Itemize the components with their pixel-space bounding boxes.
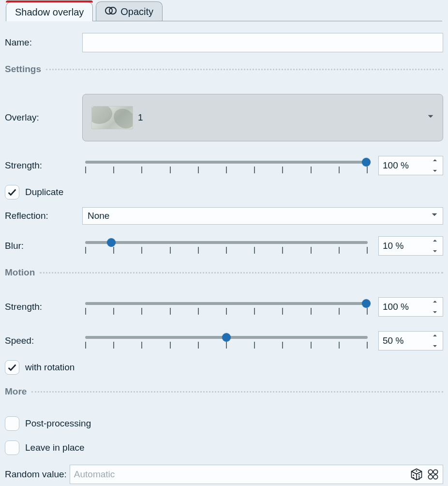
strength-label: Strength:: [5, 160, 82, 171]
speed-label: Speed:: [5, 335, 82, 346]
reflection-dropdown[interactable]: None: [82, 207, 443, 225]
slider-ticks: [85, 167, 368, 173]
slider-track: [85, 161, 368, 164]
speed-slider[interactable]: [82, 331, 371, 350]
leave-in-place-label: Leave in place: [25, 442, 85, 453]
leave-in-place-checkbox[interactable]: [5, 440, 19, 455]
spinner-value: 100 %: [383, 302, 409, 312]
svg-point-7: [418, 474, 420, 475]
post-processing-checkbox[interactable]: [5, 416, 19, 431]
slider-ticks: [85, 342, 368, 349]
tab-label: Opacity: [120, 6, 153, 17]
tab-label: Shadow overlay: [15, 7, 84, 18]
overlay-selected-label: 1: [138, 112, 143, 123]
clover-icon[interactable]: [426, 468, 440, 481]
blur-slider[interactable]: [82, 236, 371, 256]
reflection-label: Reflection:: [5, 211, 82, 221]
section-motion: Motion: [5, 267, 443, 278]
svg-point-5: [413, 474, 414, 476]
name-label: Name:: [5, 37, 82, 48]
spinner-down-icon[interactable]: [432, 309, 438, 315]
with-rotation-checkbox[interactable]: [5, 360, 19, 375]
spinner-up-icon[interactable]: [432, 238, 438, 243]
dice-icon[interactable]: [410, 468, 423, 481]
reflection-value: None: [88, 211, 109, 221]
slider-ticks: [85, 308, 368, 315]
motion-strength-label: Strength:: [5, 302, 82, 312]
svg-point-9: [418, 478, 420, 480]
svg-point-6: [413, 477, 414, 479]
divider: [46, 69, 443, 70]
section-title: Motion: [5, 267, 35, 278]
motion-strength-slider[interactable]: [82, 297, 371, 317]
random-value-input[interactable]: Automatic: [70, 465, 443, 484]
with-rotation-label: with rotation: [25, 362, 75, 373]
name-input[interactable]: [82, 33, 443, 52]
section-title: More: [5, 386, 27, 397]
spinner-value: 50 %: [383, 335, 403, 346]
svg-point-12: [428, 475, 433, 479]
spinner-up-icon[interactable]: [432, 157, 438, 163]
blur-label: Blur:: [5, 241, 82, 251]
spinner-up-icon[interactable]: [432, 333, 438, 338]
settings-strength-slider[interactable]: [82, 156, 371, 175]
spinner-down-icon[interactable]: [432, 168, 438, 174]
blur-spinner[interactable]: 10 %: [378, 236, 443, 256]
slider-track: [85, 302, 368, 305]
slider-knob[interactable]: [362, 158, 371, 167]
svg-point-13: [433, 475, 438, 479]
overlay-thumbnail: [91, 106, 133, 129]
slider-knob[interactable]: [107, 238, 116, 247]
svg-point-11: [433, 470, 438, 474]
svg-point-4: [416, 471, 418, 472]
tab-bar: Shadow overlay Opacity: [6, 0, 442, 21]
random-value-placeholder: Automatic: [74, 469, 115, 480]
divider: [31, 391, 443, 393]
opacity-icon: [105, 6, 117, 18]
divider: [40, 272, 443, 273]
tab-shadow-overlay[interactable]: Shadow overlay: [6, 2, 93, 21]
spinner-value: 10 %: [383, 241, 403, 251]
duplicate-label: Duplicate: [25, 187, 63, 197]
chevron-down-icon: [426, 112, 435, 123]
svg-point-8: [418, 476, 420, 478]
settings-strength-spinner[interactable]: 100 %: [378, 156, 443, 175]
section-more: More: [5, 386, 443, 397]
post-processing-label: Post-processing: [25, 418, 91, 429]
spinner-down-icon[interactable]: [432, 248, 438, 254]
section-title: Settings: [5, 64, 41, 75]
slider-track: [85, 241, 368, 244]
duplicate-checkbox[interactable]: [5, 185, 19, 199]
overlay-label: Overlay:: [5, 112, 82, 123]
speed-spinner[interactable]: 50 %: [378, 331, 443, 350]
motion-strength-spinner[interactable]: 100 %: [378, 297, 443, 317]
slider-knob[interactable]: [222, 333, 231, 342]
spinner-value: 100 %: [383, 160, 409, 171]
random-value-label: Random value:: [5, 469, 67, 480]
slider-knob[interactable]: [362, 299, 371, 308]
spinner-up-icon[interactable]: [432, 299, 438, 304]
svg-point-10: [428, 470, 433, 474]
tab-opacity[interactable]: Opacity: [96, 1, 163, 21]
slider-ticks: [85, 247, 368, 254]
spinner-down-icon[interactable]: [432, 343, 438, 349]
section-settings: Settings: [5, 64, 443, 75]
chevron-down-icon: [430, 211, 439, 222]
overlay-dropdown[interactable]: 1: [82, 94, 443, 141]
